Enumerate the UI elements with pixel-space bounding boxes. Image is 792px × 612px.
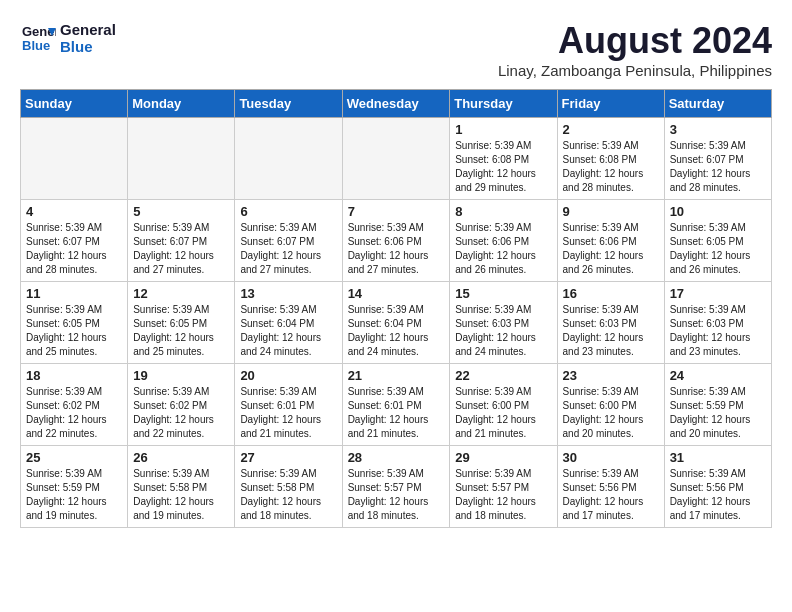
page-header: General Blue General Blue August 2024 Li… xyxy=(20,20,772,79)
calendar-day-9: 9Sunrise: 5:39 AM Sunset: 6:06 PM Daylig… xyxy=(557,200,664,282)
day-number: 3 xyxy=(670,122,766,137)
weekday-header-monday: Monday xyxy=(128,90,235,118)
day-info: Sunrise: 5:39 AM Sunset: 6:01 PM Dayligh… xyxy=(240,385,336,441)
calendar-day-29: 29Sunrise: 5:39 AM Sunset: 5:57 PM Dayli… xyxy=(450,446,557,528)
day-number: 21 xyxy=(348,368,445,383)
calendar-week-row: 18Sunrise: 5:39 AM Sunset: 6:02 PM Dayli… xyxy=(21,364,772,446)
calendar-day-11: 11Sunrise: 5:39 AM Sunset: 6:05 PM Dayli… xyxy=(21,282,128,364)
day-info: Sunrise: 5:39 AM Sunset: 6:05 PM Dayligh… xyxy=(133,303,229,359)
day-number: 22 xyxy=(455,368,551,383)
day-info: Sunrise: 5:39 AM Sunset: 6:07 PM Dayligh… xyxy=(26,221,122,277)
logo-line1: General xyxy=(60,21,116,38)
day-info: Sunrise: 5:39 AM Sunset: 6:07 PM Dayligh… xyxy=(133,221,229,277)
day-info: Sunrise: 5:39 AM Sunset: 5:56 PM Dayligh… xyxy=(670,467,766,523)
day-number: 28 xyxy=(348,450,445,465)
day-number: 4 xyxy=(26,204,122,219)
calendar-day-16: 16Sunrise: 5:39 AM Sunset: 6:03 PM Dayli… xyxy=(557,282,664,364)
weekday-header-tuesday: Tuesday xyxy=(235,90,342,118)
day-number: 18 xyxy=(26,368,122,383)
day-info: Sunrise: 5:39 AM Sunset: 6:06 PM Dayligh… xyxy=(348,221,445,277)
day-number: 15 xyxy=(455,286,551,301)
calendar-day-3: 3Sunrise: 5:39 AM Sunset: 6:07 PM Daylig… xyxy=(664,118,771,200)
calendar-day-27: 27Sunrise: 5:39 AM Sunset: 5:58 PM Dayli… xyxy=(235,446,342,528)
svg-text:Blue: Blue xyxy=(22,38,50,53)
calendar-day-4: 4Sunrise: 5:39 AM Sunset: 6:07 PM Daylig… xyxy=(21,200,128,282)
day-info: Sunrise: 5:39 AM Sunset: 6:03 PM Dayligh… xyxy=(670,303,766,359)
day-number: 1 xyxy=(455,122,551,137)
day-number: 9 xyxy=(563,204,659,219)
calendar-day-15: 15Sunrise: 5:39 AM Sunset: 6:03 PM Dayli… xyxy=(450,282,557,364)
day-number: 23 xyxy=(563,368,659,383)
calendar-day-28: 28Sunrise: 5:39 AM Sunset: 5:57 PM Dayli… xyxy=(342,446,450,528)
day-info: Sunrise: 5:39 AM Sunset: 6:05 PM Dayligh… xyxy=(26,303,122,359)
calendar-day-10: 10Sunrise: 5:39 AM Sunset: 6:05 PM Dayli… xyxy=(664,200,771,282)
calendar-day-25: 25Sunrise: 5:39 AM Sunset: 5:59 PM Dayli… xyxy=(21,446,128,528)
day-number: 12 xyxy=(133,286,229,301)
day-number: 16 xyxy=(563,286,659,301)
day-info: Sunrise: 5:39 AM Sunset: 5:57 PM Dayligh… xyxy=(348,467,445,523)
calendar-day-17: 17Sunrise: 5:39 AM Sunset: 6:03 PM Dayli… xyxy=(664,282,771,364)
calendar-day-18: 18Sunrise: 5:39 AM Sunset: 6:02 PM Dayli… xyxy=(21,364,128,446)
day-info: Sunrise: 5:39 AM Sunset: 6:06 PM Dayligh… xyxy=(455,221,551,277)
calendar-day-empty xyxy=(342,118,450,200)
weekday-header-saturday: Saturday xyxy=(664,90,771,118)
day-info: Sunrise: 5:39 AM Sunset: 5:58 PM Dayligh… xyxy=(133,467,229,523)
day-number: 19 xyxy=(133,368,229,383)
weekday-header-sunday: Sunday xyxy=(21,90,128,118)
calendar-day-22: 22Sunrise: 5:39 AM Sunset: 6:00 PM Dayli… xyxy=(450,364,557,446)
day-info: Sunrise: 5:39 AM Sunset: 6:08 PM Dayligh… xyxy=(455,139,551,195)
weekday-header-friday: Friday xyxy=(557,90,664,118)
day-number: 11 xyxy=(26,286,122,301)
day-info: Sunrise: 5:39 AM Sunset: 6:00 PM Dayligh… xyxy=(455,385,551,441)
day-number: 29 xyxy=(455,450,551,465)
calendar-week-row: 1Sunrise: 5:39 AM Sunset: 6:08 PM Daylig… xyxy=(21,118,772,200)
day-number: 8 xyxy=(455,204,551,219)
calendar-day-5: 5Sunrise: 5:39 AM Sunset: 6:07 PM Daylig… xyxy=(128,200,235,282)
calendar-day-6: 6Sunrise: 5:39 AM Sunset: 6:07 PM Daylig… xyxy=(235,200,342,282)
day-info: Sunrise: 5:39 AM Sunset: 5:56 PM Dayligh… xyxy=(563,467,659,523)
day-info: Sunrise: 5:39 AM Sunset: 5:57 PM Dayligh… xyxy=(455,467,551,523)
day-info: Sunrise: 5:39 AM Sunset: 5:58 PM Dayligh… xyxy=(240,467,336,523)
day-number: 14 xyxy=(348,286,445,301)
location: Linay, Zamboanga Peninsula, Philippines xyxy=(498,62,772,79)
day-info: Sunrise: 5:39 AM Sunset: 6:00 PM Dayligh… xyxy=(563,385,659,441)
day-info: Sunrise: 5:39 AM Sunset: 6:04 PM Dayligh… xyxy=(240,303,336,359)
day-info: Sunrise: 5:39 AM Sunset: 6:01 PM Dayligh… xyxy=(348,385,445,441)
day-number: 26 xyxy=(133,450,229,465)
calendar-day-19: 19Sunrise: 5:39 AM Sunset: 6:02 PM Dayli… xyxy=(128,364,235,446)
calendar-day-21: 21Sunrise: 5:39 AM Sunset: 6:01 PM Dayli… xyxy=(342,364,450,446)
calendar-week-row: 11Sunrise: 5:39 AM Sunset: 6:05 PM Dayli… xyxy=(21,282,772,364)
day-number: 7 xyxy=(348,204,445,219)
day-info: Sunrise: 5:39 AM Sunset: 6:08 PM Dayligh… xyxy=(563,139,659,195)
day-info: Sunrise: 5:39 AM Sunset: 6:03 PM Dayligh… xyxy=(563,303,659,359)
weekday-header-row: SundayMondayTuesdayWednesdayThursdayFrid… xyxy=(21,90,772,118)
calendar-table: SundayMondayTuesdayWednesdayThursdayFrid… xyxy=(20,89,772,528)
day-info: Sunrise: 5:39 AM Sunset: 6:06 PM Dayligh… xyxy=(563,221,659,277)
day-info: Sunrise: 5:39 AM Sunset: 5:59 PM Dayligh… xyxy=(670,385,766,441)
day-number: 20 xyxy=(240,368,336,383)
calendar-day-23: 23Sunrise: 5:39 AM Sunset: 6:00 PM Dayli… xyxy=(557,364,664,446)
calendar-day-empty xyxy=(128,118,235,200)
day-number: 10 xyxy=(670,204,766,219)
calendar-day-13: 13Sunrise: 5:39 AM Sunset: 6:04 PM Dayli… xyxy=(235,282,342,364)
calendar-day-empty xyxy=(235,118,342,200)
weekday-header-wednesday: Wednesday xyxy=(342,90,450,118)
weekday-header-thursday: Thursday xyxy=(450,90,557,118)
day-info: Sunrise: 5:39 AM Sunset: 6:07 PM Dayligh… xyxy=(670,139,766,195)
calendar-day-24: 24Sunrise: 5:39 AM Sunset: 5:59 PM Dayli… xyxy=(664,364,771,446)
calendar-day-empty xyxy=(21,118,128,200)
day-number: 27 xyxy=(240,450,336,465)
logo: General Blue General Blue xyxy=(20,20,116,56)
day-number: 13 xyxy=(240,286,336,301)
calendar-day-7: 7Sunrise: 5:39 AM Sunset: 6:06 PM Daylig… xyxy=(342,200,450,282)
day-number: 24 xyxy=(670,368,766,383)
calendar-day-26: 26Sunrise: 5:39 AM Sunset: 5:58 PM Dayli… xyxy=(128,446,235,528)
calendar-day-8: 8Sunrise: 5:39 AM Sunset: 6:06 PM Daylig… xyxy=(450,200,557,282)
day-number: 5 xyxy=(133,204,229,219)
calendar-day-12: 12Sunrise: 5:39 AM Sunset: 6:05 PM Dayli… xyxy=(128,282,235,364)
logo-line2: Blue xyxy=(60,38,116,55)
day-info: Sunrise: 5:39 AM Sunset: 6:02 PM Dayligh… xyxy=(133,385,229,441)
calendar-day-2: 2Sunrise: 5:39 AM Sunset: 6:08 PM Daylig… xyxy=(557,118,664,200)
logo-icon: General Blue xyxy=(20,20,56,56)
month-year: August 2024 xyxy=(498,20,772,62)
